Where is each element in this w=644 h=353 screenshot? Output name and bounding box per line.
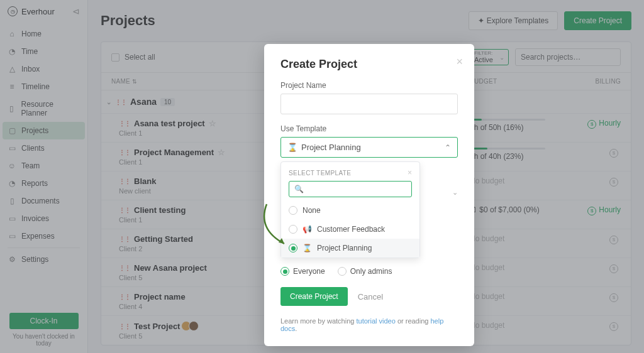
close-icon[interactable]: × (456, 55, 463, 68)
layout-caret[interactable]: ⌄ (452, 188, 458, 197)
template-dropdown: SELECT TEMPLATE × 🔍 None 📢 Customer Feed… (280, 161, 420, 258)
create-project-modal: × Create Project Project Name Use Templa… (264, 44, 474, 346)
megaphone-icon: 📢 (303, 225, 312, 234)
hourglass-icon: ⌛ (287, 143, 297, 152)
submit-button[interactable]: Create Project (280, 287, 348, 306)
chevron-up-icon: ⌃ (445, 143, 451, 152)
name-label: Project Name (280, 81, 458, 90)
cancel-button[interactable]: Cancel (358, 292, 383, 301)
template-option-none[interactable]: None (281, 201, 419, 220)
permissions-row: Everyone Only admins (280, 267, 458, 276)
modal-footer: Learn more by watching tutorial video or… (280, 317, 458, 332)
template-option-planning[interactable]: ⌛ Project Planning (281, 239, 419, 258)
project-name-input[interactable] (280, 94, 458, 114)
radio-icon (289, 244, 297, 253)
dropdown-close-icon[interactable]: × (408, 168, 412, 177)
search-icon: 🔍 (294, 185, 304, 193)
perm-admins[interactable]: Only admins (338, 267, 392, 276)
hourglass-icon: ⌛ (303, 244, 312, 253)
dropdown-title: SELECT TEMPLATE (289, 170, 351, 176)
radio-icon (289, 206, 297, 215)
radio-icon (289, 225, 297, 234)
perm-everyone[interactable]: Everyone (280, 267, 325, 276)
radio-icon (338, 267, 347, 276)
radio-icon (280, 267, 289, 276)
dropdown-search[interactable]: 🔍 (289, 181, 412, 197)
template-select[interactable]: ⌛ Project Planning ⌃ (280, 137, 458, 158)
template-label: Use Template (280, 124, 458, 133)
template-option-feedback[interactable]: 📢 Customer Feedback (281, 220, 419, 239)
tutorial-link[interactable]: tutorial video (356, 317, 395, 325)
modal-title: Create Project (280, 58, 458, 71)
